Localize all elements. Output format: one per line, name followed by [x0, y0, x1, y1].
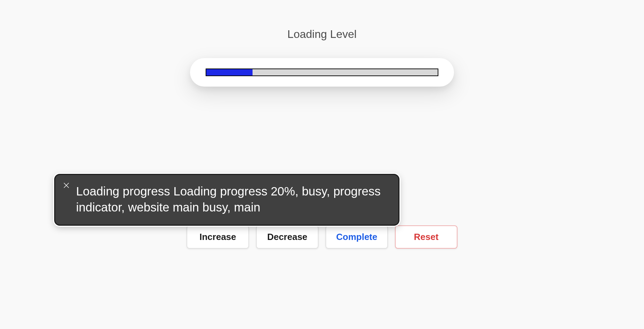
- progress-card: [190, 58, 454, 87]
- main-container: Loading Level: [0, 0, 644, 87]
- page-title: Loading Level: [287, 28, 356, 41]
- tooltip-text: Loading progress Loading progress 20%, b…: [76, 183, 388, 215]
- decrease-button[interactable]: Decrease: [256, 225, 319, 249]
- increase-button[interactable]: Increase: [187, 225, 249, 249]
- close-icon[interactable]: [62, 181, 71, 190]
- reset-button[interactable]: Reset: [395, 225, 457, 249]
- progress-bar[interactable]: [206, 69, 438, 76]
- buttons-row: Increase Decrease Complete Reset: [185, 225, 459, 249]
- complete-button[interactable]: Complete: [325, 225, 388, 249]
- progress-bar-fill: [206, 69, 253, 75]
- accessibility-tooltip: Loading progress Loading progress 20%, b…: [54, 174, 399, 226]
